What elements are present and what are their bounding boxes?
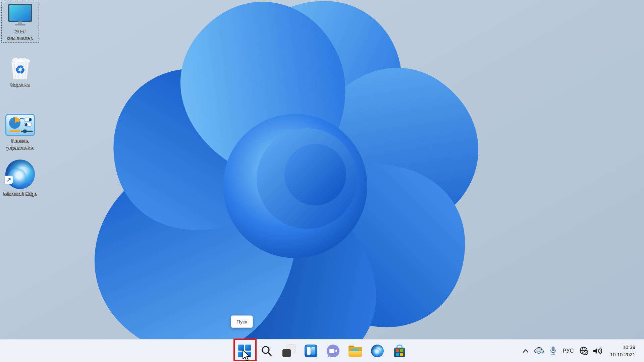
mouse-cursor	[242, 350, 252, 362]
store-button[interactable]	[391, 343, 408, 359]
this-pc-icon	[7, 4, 34, 26]
chevron-up-icon	[522, 349, 529, 353]
chat-button[interactable]	[325, 343, 341, 359]
globe-no-internet-icon	[579, 346, 589, 356]
edge-button[interactable]	[369, 343, 385, 359]
system-tray: РУС 10:39 10.10.2021	[522, 340, 644, 362]
cloud-sync-icon	[534, 347, 544, 355]
onedrive-sync-button[interactable]	[534, 347, 544, 355]
start-button-tooltip: Пуск	[231, 315, 253, 328]
desktop-icon-label: Microsoft Edge	[3, 190, 37, 197]
control-panel-icon	[5, 114, 35, 136]
volume-button[interactable]	[593, 347, 603, 355]
search-button[interactable]	[259, 343, 275, 359]
clock[interactable]: 10:39 10.10.2021	[610, 344, 635, 358]
task-view-button[interactable]	[281, 343, 297, 359]
tooltip-text: Пуск	[236, 319, 247, 324]
microsoft-store-icon	[393, 345, 406, 357]
recycle-bin-icon: ♻	[8, 58, 32, 80]
taskbar-center-icons	[236, 340, 408, 362]
desktop-icon-label: Корзина	[10, 81, 30, 88]
shortcut-arrow-icon: ↗	[5, 176, 13, 184]
widgets-icon	[305, 345, 317, 357]
network-button[interactable]	[579, 346, 589, 356]
language-indicator[interactable]: РУС	[562, 348, 574, 354]
recycle-symbol: ♻	[15, 63, 25, 76]
microphone-icon	[550, 346, 556, 356]
file-explorer-icon	[348, 346, 362, 357]
desktop-icon-this-pc[interactable]: Этот компьютер	[1, 2, 39, 43]
microphone-button[interactable]	[550, 346, 556, 356]
taskbar: РУС 10:39 10.10.2021	[0, 339, 644, 362]
speaker-icon	[593, 347, 603, 355]
desktop-icon-recycle-bin[interactable]: ♻ Корзина	[1, 56, 39, 89]
date-label: 10.10.2021	[610, 351, 635, 358]
microsoft-edge-icon: ↗	[5, 160, 35, 189]
desktop-icon-label: Панель управления	[2, 137, 38, 150]
desktop-icon-label: Этот компьютер	[2, 28, 38, 41]
time-label: 10:39	[610, 344, 635, 351]
file-explorer-button[interactable]	[347, 343, 363, 359]
chat-icon	[327, 345, 339, 357]
widgets-button[interactable]	[303, 343, 319, 359]
edge-icon	[371, 345, 384, 357]
search-icon	[261, 345, 273, 357]
desktop-wallpaper-bloom	[0, 0, 644, 362]
desktop-icon-microsoft-edge[interactable]: ↗ Microsoft Edge	[1, 158, 39, 198]
desktop-icon-control-panel[interactable]: Панель управления	[1, 113, 39, 152]
language-label: РУС	[562, 348, 574, 354]
show-hidden-icons-button[interactable]	[522, 349, 529, 353]
task-view-icon	[282, 345, 295, 357]
